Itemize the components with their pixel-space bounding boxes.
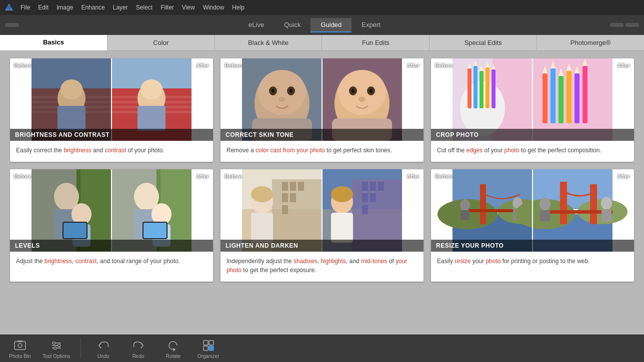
after-label: After	[196, 173, 209, 179]
svg-point-37	[358, 97, 366, 102]
close-button[interactable]	[626, 2, 640, 12]
svg-point-35	[352, 89, 354, 93]
footer-item-photo-bin[interactable]: Photo Bin	[8, 339, 32, 359]
cat-tab-fun_edits[interactable]: Fun Edits	[322, 35, 430, 50]
mode-tab-guided[interactable]: Guided	[310, 18, 352, 32]
svg-rect-96	[282, 205, 288, 214]
svg-point-27	[290, 89, 292, 93]
svg-rect-56	[558, 76, 564, 123]
mode-tab-quick[interactable]: Quick	[274, 18, 310, 32]
cat-tab-photomerge[interactable]: Photomerge®	[537, 35, 644, 50]
mode-tab-expert[interactable]: Expert	[352, 18, 390, 32]
footer-item-tool-options[interactable]: Tool Options	[42, 339, 70, 359]
svg-point-28	[278, 97, 286, 102]
svg-point-26	[272, 89, 274, 93]
after-label: After	[617, 62, 630, 68]
after-label: After	[617, 173, 630, 179]
menu-item-window[interactable]: Window	[200, 3, 228, 12]
open-button[interactable]	[5, 23, 19, 27]
cat-tab-color[interactable]: Color	[108, 35, 215, 50]
footer-label-undo: Undo	[98, 354, 110, 359]
after-label: After	[196, 62, 209, 68]
svg-rect-91	[282, 182, 288, 191]
menu-item-layer[interactable]: Layer	[110, 3, 132, 12]
svg-rect-128	[590, 184, 597, 224]
svg-point-111	[331, 186, 353, 202]
svg-rect-59	[582, 66, 588, 123]
svg-rect-145	[204, 341, 208, 345]
svg-rect-45	[480, 71, 484, 108]
main-content[interactable]: BeforeAfterBRIGHTNESS AND CONTRASTEasily…	[0, 51, 644, 335]
undo-icon	[96, 339, 110, 353]
svg-rect-46	[486, 67, 490, 108]
toolbar: eLiveQuickGuidedExpert	[0, 15, 644, 35]
minimize-button[interactable]	[596, 2, 610, 12]
before-label: Before	[14, 173, 32, 179]
svg-rect-137	[18, 341, 22, 342]
maximize-button[interactable]	[611, 2, 625, 12]
card-desc-resize-photo: Easily resize your photo for printing or…	[431, 252, 634, 273]
svg-rect-95	[290, 193, 296, 202]
card-resize-photo[interactable]: BeforeAfterRESIZE YOUR PHOTOEasily resiz…	[431, 169, 634, 282]
footer-item-rotate[interactable]: Rotate	[161, 339, 186, 359]
footer-item-organizer[interactable]: Organizer	[196, 339, 221, 359]
card-image-resize-photo: BeforeAfterRESIZE YOUR PHOTO	[431, 169, 634, 252]
redo-icon	[132, 339, 146, 353]
app-logo-icon	[4, 2, 14, 12]
category-tabs: BasicsColorBlack & WhiteFun EditsSpecial…	[0, 35, 644, 51]
svg-rect-98	[251, 213, 273, 243]
card-title-resize-photo: RESIZE YOUR PHOTO	[431, 240, 634, 252]
card-crop-photo[interactable]: BeforeAfterCROP PHOTOCut off the edges o…	[431, 58, 634, 162]
cat-tab-special_edits[interactable]: Special Edits	[430, 35, 537, 50]
menu-item-view[interactable]: View	[178, 3, 198, 12]
svg-rect-76	[64, 223, 86, 238]
footer-item-undo[interactable]: Undo	[91, 339, 116, 359]
svg-rect-94	[282, 193, 288, 202]
svg-rect-133	[602, 209, 612, 222]
menu-item-select[interactable]: Select	[132, 3, 156, 12]
card-desc-brightness-contrast: Easily correct the brightness and contra…	[10, 141, 213, 162]
before-label: Before	[224, 62, 242, 68]
titlebar-left: FileEditImageEnhanceLayerSelectFilterVie…	[4, 2, 248, 12]
after-label: After	[406, 173, 420, 179]
svg-rect-131	[540, 210, 550, 221]
cat-tab-basics[interactable]: Basics	[0, 35, 108, 50]
after-label: After	[406, 62, 420, 68]
card-title-brightness-contrast: BRIGHTNESS AND CONTRAST	[10, 129, 213, 141]
mode-tab-elive[interactable]: eLive	[238, 18, 274, 32]
svg-rect-19	[138, 106, 166, 131]
svg-point-99	[251, 186, 273, 202]
card-desc-crop-photo: Cut off the edges of your photo to get t…	[431, 141, 634, 162]
menu-item-filter[interactable]: Filter	[157, 3, 178, 12]
menu-item-image[interactable]: Image	[53, 3, 76, 12]
svg-rect-120	[460, 210, 470, 220]
svg-rect-135	[14, 342, 26, 350]
svg-rect-10	[58, 106, 86, 131]
card-image-lighten-darken: BeforeAfterLIGHTEN AND DARKEN	[220, 169, 424, 252]
menu-item-enhance[interactable]: Enhance	[78, 3, 108, 12]
mode-tabs: eLiveQuickGuidedExpert	[238, 18, 390, 32]
svg-rect-86	[144, 223, 166, 238]
svg-point-18	[140, 79, 162, 99]
menu-item-file[interactable]: File	[17, 3, 34, 12]
menu-item-edit[interactable]: Edit	[34, 3, 52, 12]
svg-rect-104	[370, 182, 376, 191]
before-label: Before	[435, 62, 452, 68]
svg-rect-58	[574, 73, 580, 123]
svg-point-130	[540, 198, 550, 211]
svg-rect-44	[474, 66, 478, 108]
svg-rect-92	[290, 182, 296, 191]
svg-rect-57	[566, 71, 572, 123]
card-correct-skin-tone[interactable]: BeforeAfterCORRECT SKIN TONERemove a col…	[220, 58, 424, 162]
card-brightness-contrast[interactable]: BeforeAfterBRIGHTNESS AND CONTRASTEasily…	[10, 58, 213, 162]
card-lighten-darken[interactable]: BeforeAfterLIGHTEN AND DARKENIndependent…	[220, 169, 424, 282]
photo-icon	[13, 339, 27, 353]
share-button[interactable]	[626, 23, 639, 27]
menu-item-help[interactable]: Help	[228, 3, 248, 12]
card-levels[interactable]: BeforeAfterLEVELSAdjust the brightness, …	[10, 169, 213, 282]
create-button[interactable]	[610, 23, 624, 27]
card-image-correct-skin-tone: BeforeAfterCORRECT SKIN TONE	[220, 58, 424, 141]
cat-tab-black_white[interactable]: Black & White	[215, 35, 322, 50]
svg-rect-43	[468, 68, 472, 108]
footer-item-redo[interactable]: Redo	[126, 339, 151, 359]
